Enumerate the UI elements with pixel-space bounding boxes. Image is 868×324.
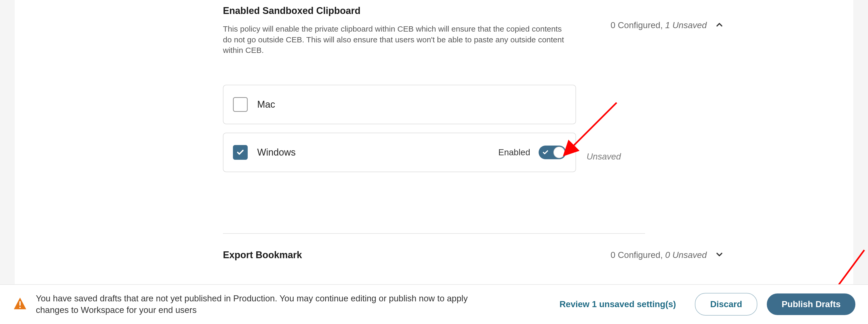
toggle-windows-enabled[interactable] [538,146,566,159]
status-unsaved: 0 Unsaved [665,250,707,260]
option-cards: Mac Windows Enabled [223,85,645,181]
option-card-mac[interactable]: Mac [223,85,576,124]
policy-description: This policy will enable the private clip… [223,24,565,56]
option-card-windows[interactable]: Windows Enabled [223,133,576,172]
policy-header-left: Enabled Sandboxed Clipboard This policy … [223,5,565,56]
option-left: Windows [233,145,296,160]
option-row-mac: Mac [223,85,645,133]
option-row-windows: Windows Enabled Unsaved [223,133,645,181]
status-configured: 0 Configured, [611,20,663,30]
checkbox-windows[interactable] [233,145,248,160]
policy-header-right[interactable]: 0 Configured, 1 Unsaved [611,20,724,31]
checkbox-mac[interactable] [233,97,248,112]
bottom-left: You have saved drafts that are not yet p… [13,293,484,316]
option-left: Mac [233,97,275,112]
policy-header-row: Enabled Sandboxed Clipboard This policy … [223,5,645,56]
page-container: Enabled Sandboxed Clipboard This policy … [15,0,853,324]
unsaved-badge: Unsaved [587,152,621,161]
policy-section-sandboxed-clipboard: Enabled Sandboxed Clipboard This policy … [223,5,645,181]
section-divider [223,233,645,234]
policy-header-right[interactable]: 0 Configured, 0 Unsaved [611,250,724,260]
bottom-right: Review 1 unsaved setting(s) Discard Publ… [559,293,855,316]
status-text: 0 Configured, 1 Unsaved [611,20,707,30]
status-configured: 0 Configured, [611,250,663,260]
svg-rect-0 [20,301,21,305]
svg-rect-1 [20,307,21,308]
enabled-label: Enabled [498,147,530,157]
review-unsaved-link[interactable]: Review 1 unsaved setting(s) [559,299,676,309]
policy-section-export-bookmark: Export Bookmark 0 Configured, 0 Unsaved [223,250,645,260]
warning-icon [13,296,27,312]
discard-button[interactable]: Discard [695,293,757,316]
status-unsaved: 1 Unsaved [665,20,707,30]
policy-title-export-bookmark: Export Bookmark [223,250,302,260]
publish-drafts-button[interactable]: Publish Drafts [767,293,855,315]
toggle-knob [553,147,565,158]
option-label-mac: Mac [257,99,275,110]
bottom-message: You have saved drafts that are not yet p… [36,293,484,316]
option-right: Enabled [498,146,566,159]
chevron-down-icon[interactable] [715,250,724,260]
chevron-up-icon[interactable] [715,20,724,31]
status-text: 0 Configured, 0 Unsaved [611,250,707,260]
bottom-notification-bar: You have saved drafts that are not yet p… [0,284,868,324]
option-label-windows: Windows [257,147,296,158]
policy-title: Enabled Sandboxed Clipboard [223,5,565,16]
